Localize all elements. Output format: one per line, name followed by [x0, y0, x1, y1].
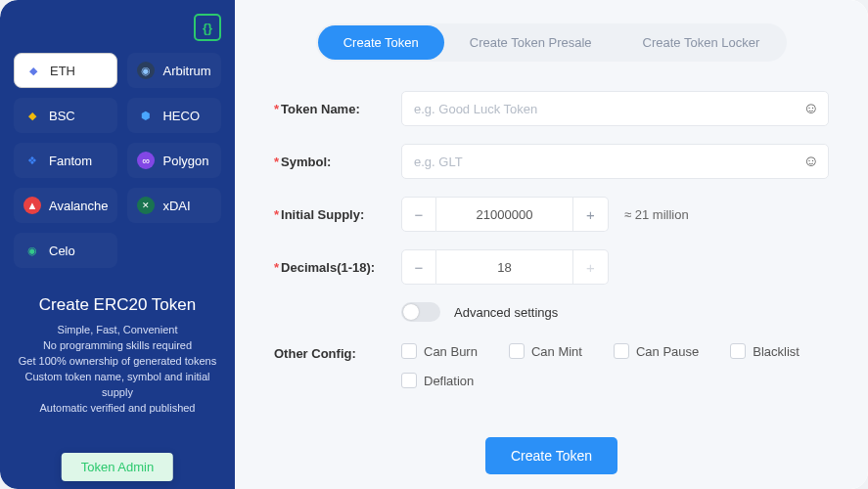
- supply-increment-button[interactable]: +: [573, 197, 609, 232]
- network-fantom[interactable]: ❖Fantom: [14, 143, 117, 178]
- network-celo[interactable]: ◉Celo: [14, 233, 117, 268]
- row-token-name: *Token Name: ☺: [274, 91, 829, 126]
- config-options: Can BurnCan MintCan PauseBlacklistDeflat…: [401, 343, 829, 388]
- row-symbol: *Symbol: ☺: [274, 144, 829, 179]
- network-grid: ◆ETH◉Arbitrum◆BSC⬢HECO❖Fantom∞Polygon▲Av…: [14, 53, 221, 268]
- network-label: Polygon: [162, 154, 208, 168]
- tab-create-token-locker[interactable]: Create Token Locker: [617, 25, 786, 60]
- row-decimals: *Decimals(1-18): − +: [274, 249, 829, 285]
- checkbox-box: [614, 343, 629, 359]
- decimals-decrement-button[interactable]: −: [401, 249, 436, 285]
- network-avalanche[interactable]: ▲Avalanche: [14, 188, 117, 223]
- initial-supply-stepper: − +: [401, 197, 609, 232]
- network-label: BSC: [49, 109, 75, 123]
- label-other-config: Other Config:: [274, 343, 401, 361]
- checkbox-label: Can Pause: [636, 344, 699, 359]
- network-label: xDAI: [162, 199, 190, 213]
- xdai-icon: ✕: [137, 197, 155, 214]
- checkbox-box: [401, 343, 417, 359]
- submit-row: Create Token: [274, 437, 829, 474]
- checkbox-box: [401, 373, 417, 388]
- promo-block: Create ERC20 Token Simple, Fast, Conveni…: [14, 295, 221, 417]
- label-decimals: *Decimals(1-18):: [274, 260, 401, 275]
- initial-supply-input[interactable]: [436, 197, 573, 232]
- checkbox-box: [509, 343, 525, 359]
- tab-create-token[interactable]: Create Token: [318, 25, 444, 60]
- decimals-increment-button[interactable]: +: [573, 249, 609, 285]
- network-eth[interactable]: ◆ETH: [14, 53, 117, 88]
- tabs-container: Create TokenCreate Token PresaleCreate T…: [274, 23, 829, 62]
- token-name-input[interactable]: [401, 91, 829, 126]
- network-label: Fantom: [49, 154, 92, 168]
- bsc-icon: ◆: [23, 107, 41, 124]
- app-shell: {} ◆ETH◉Arbitrum◆BSC⬢HECO❖Fantom∞Polygon…: [0, 0, 868, 489]
- arbitrum-icon: ◉: [137, 62, 155, 79]
- row-other-config: Other Config: Can BurnCan MintCan PauseB…: [274, 343, 829, 388]
- decimals-stepper: − +: [401, 249, 609, 285]
- row-advanced-toggle: Advanced settings: [401, 302, 829, 322]
- promo-title: Create ERC20 Token: [18, 295, 217, 315]
- promo-text: Simple, Fast, ConvenientNo programming s…: [18, 323, 217, 417]
- decimals-input[interactable]: [436, 249, 573, 285]
- supply-approx-label: ≈ 21 million: [624, 207, 689, 222]
- network-label: Celo: [49, 244, 75, 258]
- checkbox-label: Deflation: [424, 374, 474, 388]
- input-wrap-token-name: ☺: [401, 91, 829, 126]
- logo-row: {}: [14, 14, 221, 41]
- network-bsc[interactable]: ◆BSC: [14, 98, 117, 133]
- checkbox-blacklist[interactable]: Blacklist: [730, 343, 799, 359]
- checkbox-box: [730, 343, 746, 359]
- checkbox-deflation[interactable]: Deflation: [401, 373, 474, 388]
- network-label: ETH: [50, 64, 75, 78]
- polygon-icon: ∞: [137, 152, 155, 169]
- celo-icon: ◉: [23, 242, 41, 259]
- create-token-button[interactable]: Create Token: [485, 437, 617, 474]
- tab-create-token-presale[interactable]: Create Token Presale: [444, 25, 617, 60]
- label-initial-supply: *Initial Supply:: [274, 207, 401, 222]
- row-initial-supply: *Initial Supply: − + ≈ 21 million: [274, 197, 829, 232]
- network-xdai[interactable]: ✕xDAI: [127, 188, 221, 223]
- eth-icon: ◆: [24, 62, 42, 79]
- input-wrap-symbol: ☺: [401, 144, 829, 179]
- label-symbol: *Symbol:: [274, 155, 401, 169]
- main-panel: Create TokenCreate Token PresaleCreate T…: [235, 0, 868, 489]
- sidebar: {} ◆ETH◉Arbitrum◆BSC⬢HECO❖Fantom∞Polygon…: [0, 0, 235, 489]
- network-label: Avalanche: [49, 199, 108, 213]
- heco-icon: ⬢: [137, 107, 155, 124]
- emoji-picker-icon[interactable]: ☺: [803, 100, 819, 117]
- checkbox-label: Blacklist: [753, 344, 799, 359]
- network-polygon[interactable]: ∞Polygon: [127, 143, 221, 178]
- label-token-name: *Token Name:: [274, 102, 401, 116]
- emoji-picker-icon[interactable]: ☺: [803, 153, 819, 170]
- network-label: Arbitrum: [162, 64, 210, 78]
- advanced-settings-toggle[interactable]: [401, 302, 440, 322]
- supply-decrement-button[interactable]: −: [401, 197, 436, 232]
- avalanche-icon: ▲: [23, 197, 41, 214]
- checkbox-can-burn[interactable]: Can Burn: [401, 343, 478, 359]
- checkbox-can-mint[interactable]: Can Mint: [509, 343, 582, 359]
- network-arbitrum[interactable]: ◉Arbitrum: [127, 53, 221, 88]
- symbol-input[interactable]: [401, 144, 829, 179]
- tabs: Create TokenCreate Token PresaleCreate T…: [316, 23, 788, 62]
- network-label: HECO: [162, 109, 200, 123]
- network-heco[interactable]: ⬢HECO: [127, 98, 221, 133]
- checkbox-can-pause[interactable]: Can Pause: [614, 343, 699, 359]
- logo-icon: {}: [194, 14, 221, 41]
- advanced-settings-label: Advanced settings: [454, 305, 558, 320]
- toggle-knob: [403, 304, 419, 320]
- checkbox-label: Can Mint: [531, 344, 582, 359]
- checkbox-label: Can Burn: [424, 344, 478, 359]
- fantom-icon: ❖: [23, 152, 41, 169]
- token-admin-button[interactable]: Token Admin: [62, 453, 173, 481]
